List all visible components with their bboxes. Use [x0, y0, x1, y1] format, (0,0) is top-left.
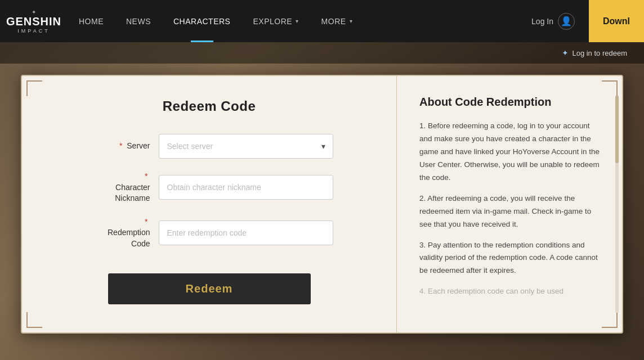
logo-star: ✦	[6, 9, 61, 15]
code-label: * Redemption Code	[86, 217, 159, 250]
about-point4: 4. Each redemption code can only be used	[419, 285, 602, 298]
login-button[interactable]: Log In 👤	[523, 13, 583, 30]
nickname-form-group: * Character Nickname	[86, 171, 333, 204]
code-form-group: * Redemption Code	[86, 217, 333, 250]
nav-more[interactable]: More ▾	[310, 0, 364, 42]
more-chevron-icon: ▾	[350, 18, 353, 24]
nickname-label: * Character Nickname	[86, 171, 159, 204]
about-point2: 2. After redeeming a code, you will rece…	[419, 192, 602, 231]
code-required-marker: *	[145, 217, 147, 228]
scrollbar-track[interactable]	[615, 96, 619, 313]
corner-decoration-tl	[26, 80, 42, 96]
logo-title: GENSHIN	[6, 15, 61, 28]
redeem-button[interactable]: Redeem	[108, 273, 311, 304]
logo[interactable]: ✦ GENSHIN IMPACT	[0, 0, 68, 42]
nav-links: HOME NEWS CHARACTERS EXPLORE ▾ More ▾	[68, 0, 523, 42]
panel-title: Redeem Code	[163, 98, 256, 114]
nickname-required-marker: *	[145, 171, 147, 182]
right-panel: About Code Redemption 1. Before redeemin…	[397, 76, 622, 332]
about-point1: 1. Before redeeming a code, log in to yo…	[419, 120, 602, 184]
main-content: Redeem Code * Server Select server ▾ *	[0, 64, 644, 334]
logo-subtitle: IMPACT	[6, 28, 61, 34]
login-to-redeem-link[interactable]: ✦ Log in to redeem	[562, 48, 627, 57]
nav-explore[interactable]: EXPLORE ▾	[242, 0, 310, 42]
nav-characters[interactable]: CHARACTERS	[162, 0, 242, 42]
user-icon: 👤	[558, 13, 575, 30]
star-icon: ✦	[562, 48, 569, 57]
about-content: 1. Before redeeming a code, log in to yo…	[419, 120, 602, 298]
scrollbar-thumb[interactable]	[615, 96, 619, 163]
redeem-bar: ✦ Log in to redeem	[0, 42, 644, 64]
nickname-input[interactable]	[159, 175, 333, 200]
download-button[interactable]: Downl	[589, 0, 644, 42]
nav-home[interactable]: HOME	[68, 0, 115, 42]
about-title: About Code Redemption	[419, 96, 602, 109]
redeem-card: Redeem Code * Server Select server ▾ *	[21, 75, 623, 334]
left-panel: Redeem Code * Server Select server ▾ *	[22, 76, 397, 332]
nav-right: Log In 👤 Downl	[523, 0, 644, 42]
corner-decoration-bl	[26, 312, 42, 328]
explore-chevron-icon: ▾	[296, 18, 299, 24]
server-select[interactable]: Select server	[159, 134, 333, 159]
server-required-marker: *	[119, 141, 122, 150]
navbar: ✦ GENSHIN IMPACT HOME NEWS CHARACTERS EX…	[0, 0, 644, 42]
server-select-wrapper: Select server ▾	[159, 134, 333, 159]
about-point3: 3. Pay attention to the redemption condi…	[419, 239, 602, 278]
server-form-group: * Server Select server ▾	[86, 134, 333, 159]
redemption-code-input[interactable]	[159, 220, 333, 245]
server-label: * Server	[86, 141, 159, 152]
nav-news[interactable]: NEWS	[115, 0, 162, 42]
